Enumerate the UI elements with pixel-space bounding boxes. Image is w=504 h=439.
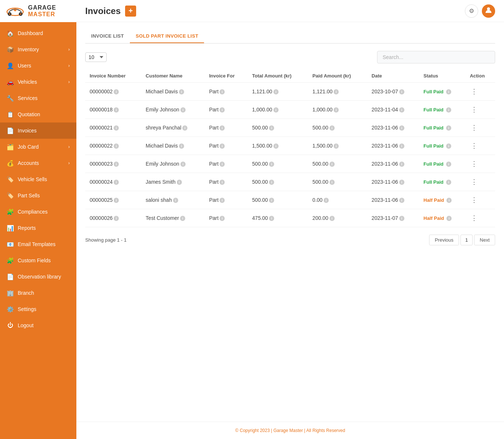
info-icon-status[interactable]: i <box>446 216 452 221</box>
info-icon-for[interactable]: i <box>220 144 225 149</box>
action-menu-button[interactable]: ⋮ <box>470 105 479 114</box>
sidebar-item-dashboard[interactable]: 🏠 Dashboard <box>0 25 76 41</box>
info-icon-paid[interactable]: i <box>329 216 335 221</box>
col-total-amount: Total Amount (kr) <box>248 69 308 83</box>
search-input[interactable] <box>377 51 495 63</box>
info-icon-date[interactable]: i <box>399 107 404 113</box>
info-icon-date[interactable]: i <box>399 198 404 203</box>
info-icon-date[interactable]: i <box>399 162 404 167</box>
info-icon-paid[interactable]: i <box>324 198 329 203</box>
info-icon-status[interactable]: i <box>446 107 451 113</box>
action-menu-button[interactable]: ⋮ <box>470 123 479 132</box>
info-icon-customer[interactable]: i <box>180 216 185 221</box>
info-icon-status[interactable]: i <box>446 162 451 167</box>
sidebar-item-quotation[interactable]: 📋 Quotation <box>0 106 76 122</box>
info-icon-total[interactable]: i <box>269 162 274 167</box>
sidebar-item-reports[interactable]: 📊 Reports <box>0 220 76 236</box>
info-icon-invoice[interactable]: i <box>114 125 119 131</box>
cell-action: ⋮ <box>465 173 495 191</box>
info-icon-invoice[interactable]: i <box>114 107 119 113</box>
action-menu-button[interactable]: ⋮ <box>470 87 479 96</box>
info-icon-date[interactable]: i <box>399 125 404 131</box>
info-icon-customer[interactable]: i <box>182 125 187 131</box>
next-page-button[interactable]: Next <box>474 235 495 245</box>
info-icon-total[interactable]: i <box>273 144 279 149</box>
info-icon-customer[interactable]: i <box>177 180 182 185</box>
info-icon-customer[interactable]: i <box>179 89 184 94</box>
info-icon-for[interactable]: i <box>220 125 225 131</box>
cell-customer-name: saloni shahi <box>141 191 205 209</box>
info-icon-customer[interactable]: i <box>173 198 178 203</box>
sidebar-item-customfields[interactable]: 🧩 Custom Fields <box>0 252 76 269</box>
info-icon-for[interactable]: i <box>220 107 225 113</box>
cell-invoice-for: Parti <box>205 137 248 155</box>
info-icon-invoice[interactable]: i <box>114 162 119 167</box>
previous-page-button[interactable]: Previous <box>429 235 459 245</box>
settings-gear-button[interactable]: ⚙ <box>465 4 478 18</box>
info-icon-for[interactable]: i <box>220 216 225 221</box>
nav-icon-compliances: 🧩 <box>7 208 14 215</box>
info-icon-status[interactable]: i <box>446 125 451 131</box>
info-icon-for[interactable]: i <box>220 198 225 203</box>
sidebar-item-accounts[interactable]: 💰 Accounts › <box>0 155 76 171</box>
info-icon-date[interactable]: i <box>399 180 404 185</box>
info-icon-total[interactable]: i <box>273 89 279 94</box>
sidebar-item-branch[interactable]: 🏢 Branch <box>0 285 76 301</box>
action-menu-button[interactable]: ⋮ <box>470 214 479 222</box>
info-icon-paid[interactable]: i <box>329 180 335 185</box>
info-icon-invoice[interactable]: i <box>114 216 119 221</box>
info-icon-date[interactable]: i <box>399 89 404 94</box>
sidebar-item-partsells[interactable]: 🏷️ Part Sells <box>0 187 76 204</box>
tab-invoice-list[interactable]: INVOICE LIST <box>85 30 130 43</box>
info-icon-status[interactable]: i <box>446 144 451 149</box>
sidebar-item-emailtemplates[interactable]: 📧 Email Templates <box>0 236 76 252</box>
info-icon-for[interactable]: i <box>220 180 225 185</box>
info-icon-paid[interactable]: i <box>329 162 335 167</box>
sidebar-item-logout[interactable]: ⏻ Logout <box>0 317 76 333</box>
sidebar-item-observationlibrary[interactable]: 📄 Observation library <box>0 269 76 285</box>
sidebar-item-compliances[interactable]: 🧩 Compliances <box>0 204 76 220</box>
sidebar-item-jobcard[interactable]: 🗂️ Job Card › <box>0 139 76 155</box>
logo-icon <box>6 4 24 18</box>
sidebar-item-settings[interactable]: ⚙️ Settings <box>0 301 76 317</box>
info-icon-paid[interactable]: i <box>334 89 339 94</box>
info-icon-invoice[interactable]: i <box>114 180 119 185</box>
sidebar-item-inventory[interactable]: 📦 Inventory › <box>0 41 76 58</box>
info-icon-status[interactable]: i <box>446 89 451 94</box>
status-badge: Full Paid <box>424 107 443 113</box>
sidebar-item-services[interactable]: 🔧 Services <box>0 90 76 106</box>
sidebar-item-vehiclesells[interactable]: 🏷️ Vehicle Sells <box>0 171 76 187</box>
info-icon-invoice[interactable]: i <box>114 89 119 94</box>
action-menu-button[interactable]: ⋮ <box>470 177 479 186</box>
add-invoice-button[interactable]: + <box>125 6 136 17</box>
action-menu-button[interactable]: ⋮ <box>470 141 479 150</box>
info-icon-customer[interactable]: i <box>180 107 186 113</box>
info-icon-paid[interactable]: i <box>329 125 335 131</box>
info-icon-status[interactable]: i <box>446 180 451 185</box>
info-icon-customer[interactable]: i <box>179 144 184 149</box>
col-paid-amount: Paid Amount (kr) <box>308 69 367 83</box>
info-icon-for[interactable]: i <box>220 162 225 167</box>
info-icon-customer[interactable]: i <box>180 162 186 167</box>
action-menu-button[interactable]: ⋮ <box>470 196 479 204</box>
sidebar-item-invoices[interactable]: 📄 Invoices <box>0 122 76 139</box>
info-icon-paid[interactable]: i <box>334 107 339 113</box>
info-icon-for[interactable]: i <box>220 89 225 94</box>
action-menu-button[interactable]: ⋮ <box>470 159 479 168</box>
info-icon-date[interactable]: i <box>399 144 404 149</box>
user-avatar-button[interactable] <box>482 4 495 18</box>
info-icon-total[interactable]: i <box>269 180 274 185</box>
info-icon-total[interactable]: i <box>269 216 274 221</box>
info-icon-total[interactable]: i <box>273 107 279 113</box>
per-page-dropdown[interactable]: 10 25 50 100 <box>85 52 107 62</box>
sidebar-item-vehicles[interactable]: 🚗 Vehicles › <box>0 74 76 90</box>
info-icon-total[interactable]: i <box>269 198 274 203</box>
info-icon-paid[interactable]: i <box>334 144 339 149</box>
info-icon-status[interactable]: i <box>446 198 452 203</box>
info-icon-total[interactable]: i <box>269 125 274 131</box>
sidebar-item-users[interactable]: 👤 Users › <box>0 58 76 74</box>
info-icon-invoice[interactable]: i <box>114 144 119 149</box>
info-icon-date[interactable]: i <box>399 216 404 221</box>
info-icon-invoice[interactable]: i <box>114 198 119 203</box>
tab-sold-part-invoice-list[interactable]: SOLD PART INVOICE LIST <box>130 30 204 43</box>
